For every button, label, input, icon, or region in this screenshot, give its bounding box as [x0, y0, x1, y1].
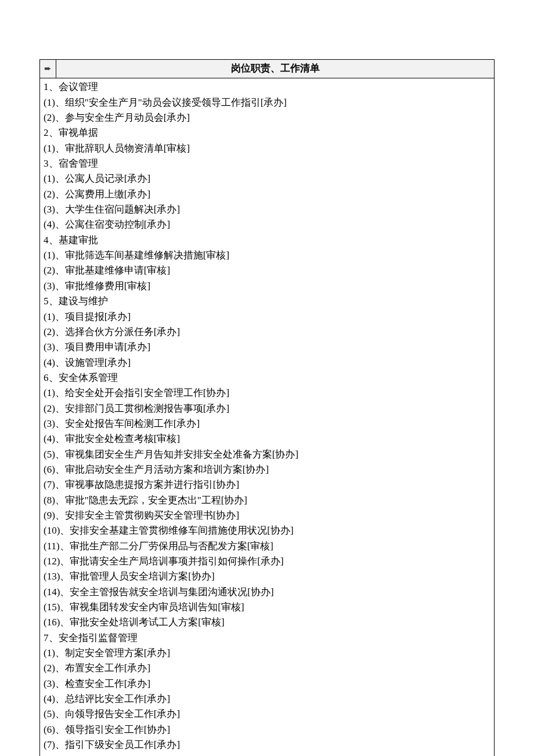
list-item: (1)、组织"安全生产月"动员会议接受领导工作指引[承办]: [44, 95, 490, 110]
list-item: (6)、审批启动安全生产月活动方案和培训方案[协办]: [44, 462, 490, 477]
list-item: (4)、公寓住宿变动控制[承办]: [44, 217, 490, 232]
list-item: (14)、安全主管报告就安全培训与集团沟通状况[协办]: [44, 585, 490, 600]
list-item: (5)、向领导报告安全工作[承办]: [44, 707, 490, 722]
list-item: (7)、指引下级安全员工作[承办]: [44, 737, 490, 753]
arrow-icon: ➨: [40, 60, 56, 78]
list-item: (16)、审批安全处培训考试工人方案[审核]: [44, 615, 490, 630]
list-item: 6、安全体系管理: [44, 370, 490, 386]
list-item: (3)、大学生住宿问题解决[承办]: [44, 202, 490, 217]
list-item: (15)、审视集团转发安全内审员培训告知[审核]: [44, 600, 490, 615]
list-item: (2)、公寓费用上缴[承办]: [44, 187, 490, 202]
list-item: (13)、审批管理人员安全培训方案[协办]: [44, 569, 490, 584]
list-item: (8)、审批"隐患去无踪，安全更杰出"工程[协办]: [44, 493, 490, 508]
list-item: (1)、审批辞职人员物资清单[审核]: [44, 141, 490, 156]
list-item: 1、会议管理: [44, 80, 490, 95]
list-item: (4)、设施管理[承办]: [44, 355, 490, 370]
list-item: 3、宿舍管理: [44, 156, 490, 171]
document-table: ➨ 岗位职责、工作清单 1、会议管理(1)、组织"安全生产月"动员会议接受领导工…: [39, 59, 495, 756]
list-item: (11)、审批生产部二分厂劳保用品与否配发方案[审核]: [44, 539, 490, 554]
table-header-title: 岗位职责、工作清单: [56, 60, 494, 78]
list-item: 4、基建审批: [44, 233, 490, 248]
list-item: (2)、选择合伙方分派任务[承办]: [44, 325, 490, 340]
list-item: 7、安全指引监督管理: [44, 631, 490, 646]
list-item: (12)、审批请安全生产局培训事项并指引如何操作[承办]: [44, 554, 490, 569]
list-item: (1)、项目提报[承办]: [44, 309, 490, 325]
list-item: (3)、检查安全工作[承办]: [44, 676, 490, 692]
list-item: (4)、审批安全处检查考核[审核]: [44, 431, 490, 447]
list-item: (2)、审批基建维修申请[审核]: [44, 263, 490, 278]
list-item: (3)、项目费用申请[承办]: [44, 340, 490, 355]
list-item: (6)、领导指引安全工作[协办]: [44, 722, 490, 737]
list-item: (9)、安排安全主管贯彻购买安全管理书[协办]: [44, 508, 490, 523]
list-item: (2)、参与安全生产月动员会[承办]: [44, 110, 490, 125]
list-item: (2)、安排部门员工贯彻检测报告事项[承办]: [44, 401, 490, 416]
list-item: (7)、审视事故隐患提报方案并进行指引[协办]: [44, 477, 490, 492]
list-item: (10)、安排安全基建主管贯彻维修车间措施使用状况[协办]: [44, 523, 490, 538]
table-header-row: ➨ 岗位职责、工作清单: [40, 60, 494, 78]
list-item: (2)、布置安全工作[承办]: [44, 661, 490, 676]
list-item: (4)、总结评比安全工作[承办]: [44, 692, 490, 707]
list-item: (5)、审视集团安全生产月告知并安排安全处准备方案[协办]: [44, 447, 490, 462]
list-item: (1)、制定安全管理方案[承办]: [44, 646, 490, 661]
list-item: (3)、安全处报告车间检测工作[承办]: [44, 416, 490, 431]
list-item: (1)、审批筛选车间基建维修解决措施[审核]: [44, 248, 490, 263]
list-item: (1)、给安全处开会指引安全管理工作[协办]: [44, 386, 490, 401]
list-item: 2、审视单据: [44, 125, 490, 141]
list-item: (1)、公寓人员记录[承办]: [44, 171, 490, 186]
list-item: (3)、审批维修费用[审核]: [44, 279, 490, 294]
table-body: 1、会议管理(1)、组织"安全生产月"动员会议接受领导工作指引[承办](2)、参…: [40, 78, 494, 756]
list-item: 5、建设与维护: [44, 294, 490, 309]
